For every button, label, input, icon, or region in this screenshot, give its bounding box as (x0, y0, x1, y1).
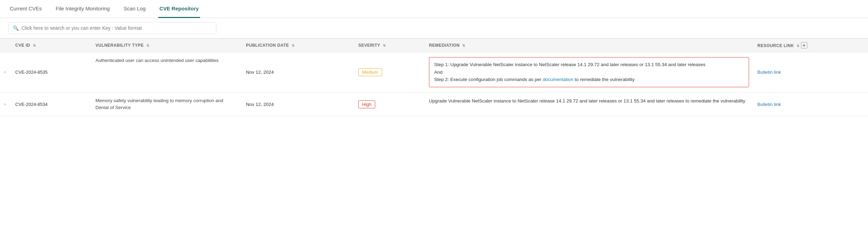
sort-icon-resource-link: ⇅ (797, 44, 799, 48)
table-container: CVE ID ⇅ VULNERABILITY TYPE ⇅ PUBLICATIO… (0, 38, 868, 116)
th-resource-link[interactable]: RESOURCE LINK ⇅ + (753, 39, 868, 52)
cve-id-cell-1: CVE-2024-8535 (11, 52, 91, 92)
remediation-cell-2: Upgrade Vulnerable NetScaler instance to… (425, 92, 753, 116)
add-column-icon[interactable]: + (801, 42, 807, 48)
severity-badge-2: High (358, 100, 375, 108)
th-vuln-type-label: VULNERABILITY TYPE (95, 43, 144, 48)
remediation-doc-link[interactable]: documentation (543, 77, 574, 82)
th-pub-date[interactable]: PUBLICATION DATE ⇅ (242, 39, 354, 52)
th-cve-id[interactable]: CVE ID ⇅ (11, 39, 91, 52)
expand-cell-1[interactable]: › (0, 52, 11, 92)
severity-cell-1: Medium (354, 52, 425, 92)
remediation-cell-1: Step 1: Upgrade Vulnerable NetScaler ins… (425, 52, 753, 92)
sort-icon-vuln-type: ⇅ (146, 44, 149, 47)
chevron-right-icon: › (4, 70, 6, 74)
th-remediation-label: REMEDIATION (429, 43, 459, 48)
th-severity-label: SEVERITY (358, 43, 380, 48)
search-icon: 🔍 (13, 25, 19, 31)
sort-icon-remediation: ⇅ (462, 44, 465, 47)
th-expand (0, 39, 11, 52)
cve-id-cell-2: CVE-2024-8534 (11, 92, 91, 116)
remediation-text-1a: Step 1: Upgrade Vulnerable NetScaler ins… (434, 62, 705, 67)
th-pub-date-label: PUBLICATION DATE (246, 43, 289, 48)
table-row: › CVE-2024-8534 Memory safety vulnerabil… (0, 92, 868, 116)
table-header-row: CVE ID ⇅ VULNERABILITY TYPE ⇅ PUBLICATIO… (0, 39, 868, 52)
vuln-type-cell-2: Memory safety vulnerability leading to m… (91, 92, 242, 116)
tab-scan-log[interactable]: Scan Log (122, 0, 147, 18)
th-severity[interactable]: SEVERITY ⇅ (354, 39, 425, 52)
pub-date-cell-1: Nov 12, 2024 (242, 52, 354, 92)
severity-badge-1: Medium (358, 68, 382, 76)
sort-icon-pub-date: ⇅ (292, 44, 294, 47)
cve-table: CVE ID ⇅ VULNERABILITY TYPE ⇅ PUBLICATIO… (0, 38, 868, 116)
vuln-type-cell-1: Authenticated user can access unintended… (91, 52, 242, 92)
tab-file-integrity[interactable]: File Integrity Monitoring (54, 0, 111, 18)
tabs-bar: Current CVEs File Integrity Monitoring S… (0, 0, 868, 18)
th-cve-id-label: CVE ID (15, 43, 30, 48)
tab-cve-repository[interactable]: CVE Repository (158, 0, 200, 18)
expand-cell-2[interactable]: › (0, 92, 11, 116)
tab-current-cves[interactable]: Current CVEs (8, 0, 43, 18)
th-vuln-type[interactable]: VULNERABILITY TYPE ⇅ (91, 39, 242, 52)
th-remediation[interactable]: REMEDIATION ⇅ (425, 39, 753, 52)
remediation-plain-text-2: Upgrade Vulnerable NetScaler instance to… (429, 98, 745, 104)
bulletin-link-1[interactable]: Bulletin link (757, 70, 781, 75)
pub-date-cell-2: Nov 12, 2024 (242, 92, 354, 116)
search-bar-container: 🔍 (0, 18, 868, 38)
remediation-text-1b: And (434, 70, 442, 75)
sort-icon-cve-id: ⇅ (33, 44, 36, 47)
remediation-highlighted-box: Step 1: Upgrade Vulnerable NetScaler ins… (429, 57, 749, 87)
resource-link-cell-1: Bulletin link (753, 52, 868, 92)
search-bar[interactable]: 🔍 (8, 22, 216, 34)
resource-link-cell-2: Bulletin link (753, 92, 868, 116)
table-row: › CVE-2024-8535 Authenticated user can a… (0, 52, 868, 92)
severity-cell-2: High (354, 92, 425, 116)
remediation-text-1d: to remediate the vulnerability (574, 77, 635, 82)
sort-icon-severity: ⇅ (383, 44, 386, 47)
search-input[interactable] (22, 25, 212, 31)
chevron-right-icon: › (4, 102, 6, 107)
bulletin-link-2[interactable]: Bulletin link (757, 102, 781, 107)
remediation-text-1c: Step 2: Execute configuration job comman… (434, 77, 543, 82)
th-resource-link-label: RESOURCE LINK (757, 43, 794, 48)
